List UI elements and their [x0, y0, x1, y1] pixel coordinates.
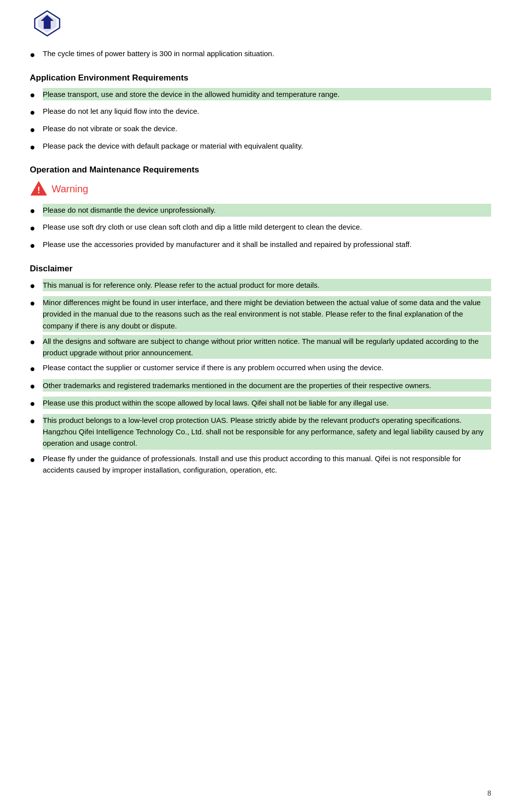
bullet-text: Minor differences might be found in user…	[43, 296, 491, 332]
app-env-item: ●Please pack the device with default pac…	[30, 140, 491, 155]
bullet-text: Please fly under the guidance of profess…	[43, 453, 491, 476]
disclaimer-item: ●Other trademarks and registered tradema…	[30, 379, 491, 394]
bullet-dot: ●	[30, 88, 40, 102]
top-bullet-item: ● The cycle times of power battery is 30…	[30, 48, 491, 62]
disclaimer-item: ●This manual is for reference only. Plea…	[30, 279, 491, 293]
bullet-dot: ●	[30, 48, 40, 62]
svg-text:!: !	[37, 185, 40, 195]
bullet-text: Please use soft dry cloth or use clean s…	[43, 221, 491, 233]
warning-label: Warning	[52, 183, 88, 195]
bullet-text: Please contact the supplier or customer …	[43, 362, 491, 373]
bullet-text: Please do not let any liquid flow into t…	[43, 105, 491, 117]
bullet-text: This manual is for reference only. Pleas…	[43, 279, 491, 291]
bullet-text: Please do not vibrate or soak the device…	[43, 123, 491, 134]
bullet-dot: ●	[30, 279, 40, 293]
bullet-dot: ●	[30, 106, 40, 120]
op-maint-item: ●Please use soft dry cloth or use clean …	[30, 221, 491, 236]
bullet-dot: ●	[30, 204, 40, 218]
disclaimer-item: ●All the designs and software are subjec…	[30, 335, 491, 359]
bullet-text: Please use the accessories provided by m…	[43, 239, 491, 250]
bullet-text: Please pack the device with default pack…	[43, 140, 491, 152]
disclaimer-item: ●Please use this product within the scop…	[30, 397, 491, 411]
bullet-dot: ●	[30, 362, 40, 376]
qfly-logo: Q-FLY UAV	[30, 10, 65, 37]
warning-icon: !	[30, 180, 48, 198]
op-maint-list: ●Please do not dismantle the device unpr…	[30, 204, 491, 253]
page-number: 8	[487, 789, 491, 797]
bullet-text: Please transport, use and store the devi…	[43, 88, 491, 100]
app-env-list: ●Please transport, use and store the dev…	[30, 88, 491, 155]
bullet-text: All the designs and software are subject…	[43, 335, 491, 359]
bullet-dot: ●	[30, 141, 40, 155]
disclaimer-item: ●This product belongs to a low-level cro…	[30, 414, 491, 450]
logo-area: Q-FLY UAV	[30, 10, 491, 39]
app-env-item: ●Please transport, use and store the dev…	[30, 88, 491, 102]
disclaimer-item: ●Please contact the supplier or customer…	[30, 362, 491, 376]
bullet-dot: ●	[30, 222, 40, 236]
bullet-dot: ●	[30, 380, 40, 394]
bullet-dot: ●	[30, 239, 40, 253]
app-env-item: ●Please do not let any liquid flow into …	[30, 105, 491, 120]
app-env-item: ●Please do not vibrate or soak the devic…	[30, 123, 491, 137]
bullet-dot: ●	[30, 297, 40, 311]
bullet-text: Other trademarks and registered trademar…	[43, 379, 491, 392]
top-bullet-text: The cycle times of power battery is 300 …	[43, 48, 491, 59]
disclaimer-title: Disclaimer	[30, 264, 491, 274]
warning-row: ! Warning	[30, 180, 491, 198]
disclaimer-item: ●Please fly under the guidance of profes…	[30, 453, 491, 476]
bullet-dot: ●	[30, 335, 40, 349]
disclaimer-list: ●This manual is for reference only. Plea…	[30, 279, 491, 476]
op-maint-item: ●Please use the accessories provided by …	[30, 239, 491, 253]
bullet-dot: ●	[30, 123, 40, 137]
op-maint-item: ●Please do not dismantle the device unpr…	[30, 204, 491, 218]
disclaimer-item: ●Minor differences might be found in use…	[30, 296, 491, 332]
bullet-dot: ●	[30, 397, 40, 411]
app-env-title: Application Environment Requirements	[30, 73, 491, 83]
bullet-text: Please use this product within the scope…	[43, 397, 491, 409]
bullet-text: This product belongs to a low-level crop…	[43, 414, 491, 450]
bullet-dot: ●	[30, 414, 40, 428]
bullet-dot: ●	[30, 453, 40, 467]
bullet-text: Please do not dismantle the device unpro…	[43, 204, 491, 216]
op-maint-title: Operation and Maintenance Requirements	[30, 165, 491, 175]
